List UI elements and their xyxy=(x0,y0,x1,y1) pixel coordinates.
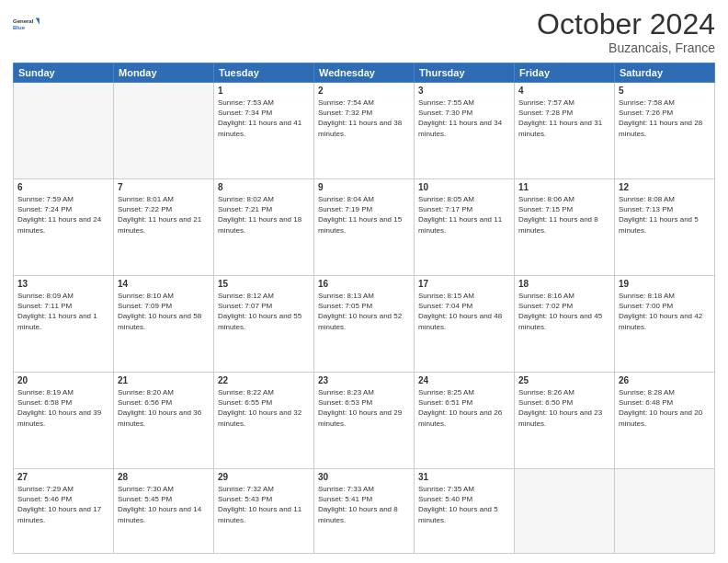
calendar-cell: 20Sunrise: 8:19 AM Sunset: 6:58 PM Dayli… xyxy=(14,373,114,469)
day-number: 8 xyxy=(218,182,310,192)
day-info: Sunrise: 8:28 AM Sunset: 6:48 PM Dayligh… xyxy=(619,387,711,429)
day-number: 7 xyxy=(118,182,210,192)
day-info: Sunrise: 8:22 AM Sunset: 6:55 PM Dayligh… xyxy=(218,387,310,429)
day-info: Sunrise: 8:16 AM Sunset: 7:02 PM Dayligh… xyxy=(518,291,610,332)
calendar-cell: 21Sunrise: 8:20 AM Sunset: 6:56 PM Dayli… xyxy=(114,373,214,469)
day-info: Sunrise: 8:19 AM Sunset: 6:58 PM Dayligh… xyxy=(17,387,109,429)
calendar: SundayMondayTuesdayWednesdayThursdayFrid… xyxy=(13,63,715,554)
calendar-cell: 24Sunrise: 8:25 AM Sunset: 6:51 PM Dayli… xyxy=(415,373,515,469)
day-info: Sunrise: 8:25 AM Sunset: 6:51 PM Dayligh… xyxy=(418,387,510,429)
calendar-cell: 19Sunrise: 8:18 AM Sunset: 7:00 PM Dayli… xyxy=(615,276,715,373)
calendar-week-row: 20Sunrise: 8:19 AM Sunset: 6:58 PM Dayli… xyxy=(14,373,715,469)
day-number: 29 xyxy=(218,472,310,482)
calendar-cell xyxy=(14,83,114,179)
calendar-cell: 28Sunrise: 7:30 AM Sunset: 5:45 PM Dayli… xyxy=(114,469,214,554)
day-number: 28 xyxy=(118,472,210,482)
calendar-cell: 1Sunrise: 7:53 AM Sunset: 7:34 PM Daylig… xyxy=(214,83,314,179)
day-number: 15 xyxy=(218,279,310,289)
calendar-cell: 27Sunrise: 7:29 AM Sunset: 5:46 PM Dayli… xyxy=(14,469,114,554)
day-number: 6 xyxy=(17,182,109,192)
day-number: 26 xyxy=(619,375,711,385)
weekday-header: Thursday xyxy=(415,63,515,83)
day-info: Sunrise: 7:54 AM Sunset: 7:32 PM Dayligh… xyxy=(318,98,410,139)
day-info: Sunrise: 8:02 AM Sunset: 7:21 PM Dayligh… xyxy=(218,194,310,236)
day-info: Sunrise: 8:26 AM Sunset: 6:50 PM Dayligh… xyxy=(518,387,610,429)
day-number: 2 xyxy=(318,86,410,96)
logo: GeneralBlue xyxy=(13,9,42,39)
calendar-week-row: 27Sunrise: 7:29 AM Sunset: 5:46 PM Dayli… xyxy=(14,469,715,554)
day-info: Sunrise: 7:55 AM Sunset: 7:30 PM Dayligh… xyxy=(418,98,510,139)
day-number: 19 xyxy=(619,279,711,289)
day-info: Sunrise: 8:06 AM Sunset: 7:15 PM Dayligh… xyxy=(518,194,610,236)
calendar-week-row: 6Sunrise: 7:59 AM Sunset: 7:24 PM Daylig… xyxy=(14,179,715,276)
calendar-cell: 15Sunrise: 8:12 AM Sunset: 7:07 PM Dayli… xyxy=(214,276,314,373)
day-info: Sunrise: 7:33 AM Sunset: 5:41 PM Dayligh… xyxy=(318,484,410,525)
day-number: 5 xyxy=(619,86,711,96)
day-info: Sunrise: 8:08 AM Sunset: 7:13 PM Dayligh… xyxy=(619,194,711,236)
day-number: 12 xyxy=(619,182,711,192)
day-number: 21 xyxy=(118,375,210,385)
day-number: 9 xyxy=(318,182,410,192)
calendar-cell: 7Sunrise: 8:01 AM Sunset: 7:22 PM Daylig… xyxy=(114,179,214,276)
day-number: 17 xyxy=(418,279,510,289)
calendar-cell xyxy=(114,83,214,179)
calendar-cell: 22Sunrise: 8:22 AM Sunset: 6:55 PM Dayli… xyxy=(214,373,314,469)
day-info: Sunrise: 7:30 AM Sunset: 5:45 PM Dayligh… xyxy=(118,484,210,525)
calendar-cell: 26Sunrise: 8:28 AM Sunset: 6:48 PM Dayli… xyxy=(615,373,715,469)
day-number: 22 xyxy=(218,375,310,385)
day-number: 3 xyxy=(418,86,510,96)
weekday-header: Monday xyxy=(114,63,214,83)
title-block: October 2024 Buzancais, France xyxy=(537,9,715,55)
calendar-cell: 4Sunrise: 7:57 AM Sunset: 7:28 PM Daylig… xyxy=(515,83,615,179)
day-info: Sunrise: 8:18 AM Sunset: 7:00 PM Dayligh… xyxy=(619,291,711,332)
day-info: Sunrise: 8:05 AM Sunset: 7:17 PM Dayligh… xyxy=(418,194,510,236)
day-number: 30 xyxy=(318,472,410,482)
day-info: Sunrise: 8:15 AM Sunset: 7:04 PM Dayligh… xyxy=(418,291,510,332)
day-number: 13 xyxy=(17,279,109,289)
day-info: Sunrise: 8:01 AM Sunset: 7:22 PM Dayligh… xyxy=(118,194,210,236)
calendar-cell: 8Sunrise: 8:02 AM Sunset: 7:21 PM Daylig… xyxy=(214,179,314,276)
calendar-cell: 16Sunrise: 8:13 AM Sunset: 7:05 PM Dayli… xyxy=(314,276,415,373)
day-number: 11 xyxy=(518,182,610,192)
weekday-header: Sunday xyxy=(14,63,114,83)
calendar-cell: 17Sunrise: 8:15 AM Sunset: 7:04 PM Dayli… xyxy=(415,276,515,373)
calendar-cell: 2Sunrise: 7:54 AM Sunset: 7:32 PM Daylig… xyxy=(314,83,415,179)
calendar-cell: 14Sunrise: 8:10 AM Sunset: 7:09 PM Dayli… xyxy=(114,276,214,373)
svg-marker-2 xyxy=(36,18,40,25)
day-number: 20 xyxy=(17,375,109,385)
day-number: 4 xyxy=(518,86,610,96)
svg-text:General: General xyxy=(13,18,34,24)
calendar-cell: 6Sunrise: 7:59 AM Sunset: 7:24 PM Daylig… xyxy=(14,179,114,276)
day-info: Sunrise: 8:09 AM Sunset: 7:11 PM Dayligh… xyxy=(17,291,109,332)
day-number: 1 xyxy=(218,86,310,96)
day-number: 25 xyxy=(518,375,610,385)
day-info: Sunrise: 7:32 AM Sunset: 5:43 PM Dayligh… xyxy=(218,484,310,525)
day-number: 24 xyxy=(418,375,510,385)
day-info: Sunrise: 7:57 AM Sunset: 7:28 PM Dayligh… xyxy=(518,98,610,139)
header: GeneralBlue October 2024 Buzancais, Fran… xyxy=(13,9,715,55)
calendar-week-row: 13Sunrise: 8:09 AM Sunset: 7:11 PM Dayli… xyxy=(14,276,715,373)
calendar-cell: 12Sunrise: 8:08 AM Sunset: 7:13 PM Dayli… xyxy=(615,179,715,276)
calendar-cell: 10Sunrise: 8:05 AM Sunset: 7:17 PM Dayli… xyxy=(415,179,515,276)
calendar-cell: 13Sunrise: 8:09 AM Sunset: 7:11 PM Dayli… xyxy=(14,276,114,373)
day-info: Sunrise: 8:12 AM Sunset: 7:07 PM Dayligh… xyxy=(218,291,310,332)
day-info: Sunrise: 7:29 AM Sunset: 5:46 PM Dayligh… xyxy=(17,484,109,525)
day-info: Sunrise: 8:10 AM Sunset: 7:09 PM Dayligh… xyxy=(118,291,210,332)
day-number: 31 xyxy=(418,472,510,482)
calendar-cell: 25Sunrise: 8:26 AM Sunset: 6:50 PM Dayli… xyxy=(515,373,615,469)
day-info: Sunrise: 7:35 AM Sunset: 5:40 PM Dayligh… xyxy=(418,484,510,525)
day-info: Sunrise: 7:59 AM Sunset: 7:24 PM Dayligh… xyxy=(17,194,109,236)
svg-text:Blue: Blue xyxy=(13,25,26,30)
weekday-header-row: SundayMondayTuesdayWednesdayThursdayFrid… xyxy=(14,63,715,83)
page: GeneralBlue October 2024 Buzancais, Fran… xyxy=(0,0,728,563)
day-info: Sunrise: 7:53 AM Sunset: 7:34 PM Dayligh… xyxy=(218,98,310,139)
calendar-cell: 23Sunrise: 8:23 AM Sunset: 6:53 PM Dayli… xyxy=(314,373,415,469)
logo-icon: GeneralBlue xyxy=(13,9,42,39)
day-number: 10 xyxy=(418,182,510,192)
day-number: 16 xyxy=(318,279,410,289)
calendar-cell: 3Sunrise: 7:55 AM Sunset: 7:30 PM Daylig… xyxy=(415,83,515,179)
month-title: October 2024 xyxy=(537,9,715,39)
day-info: Sunrise: 8:04 AM Sunset: 7:19 PM Dayligh… xyxy=(318,194,410,236)
day-info: Sunrise: 8:20 AM Sunset: 6:56 PM Dayligh… xyxy=(118,387,210,429)
calendar-cell: 5Sunrise: 7:58 AM Sunset: 7:26 PM Daylig… xyxy=(615,83,715,179)
